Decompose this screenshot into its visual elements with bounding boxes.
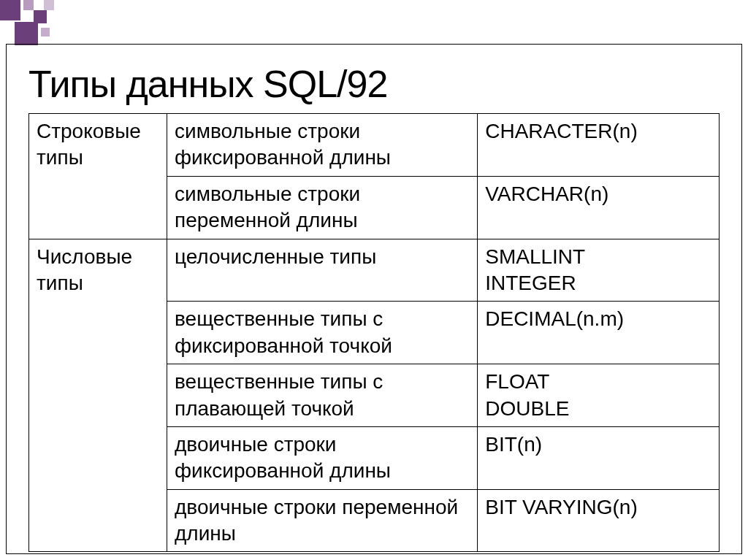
description-cell: целочисленные типы	[167, 239, 478, 302]
sql-type-cell: VARCHAR(n)	[478, 176, 720, 239]
sql-type-cell: BIT(n)	[478, 426, 720, 489]
sql-type-cell: CHARACTER(n)	[478, 114, 720, 177]
description-cell: символьные строки фиксированной длины	[167, 114, 478, 177]
table-row: Числовые типыцелочисленные типыSMALLINTI…	[29, 239, 720, 302]
category-cell: Строковые типы	[29, 114, 167, 239]
description-cell: вещественные типы с фиксированной точкой	[167, 302, 478, 364]
slide-title: Типы данных SQL/92	[28, 62, 720, 106]
sql-types-table: Строковые типысимвольные строки фиксиров…	[28, 113, 720, 552]
slide-frame: Типы данных SQL/92 Строковые типысимволь…	[6, 44, 742, 554]
sql-type-cell: FLOATDOUBLE	[478, 364, 720, 427]
sql-type-cell: DECIMAL(n.m)	[478, 302, 720, 364]
description-cell: вещественные типы с плавающей точкой	[167, 364, 478, 427]
description-cell: символьные строки переменной длины	[167, 176, 478, 239]
description-cell: двоичные строки переменной длины	[167, 489, 478, 552]
description-cell: двоичные строки фиксированной длины	[167, 426, 478, 489]
table-row: Строковые типысимвольные строки фиксиров…	[29, 114, 720, 177]
sql-type-cell: SMALLINTINTEGER	[478, 239, 720, 302]
sql-type-cell: BIT VARYING(n)	[478, 489, 720, 552]
category-cell: Числовые типы	[29, 239, 167, 552]
